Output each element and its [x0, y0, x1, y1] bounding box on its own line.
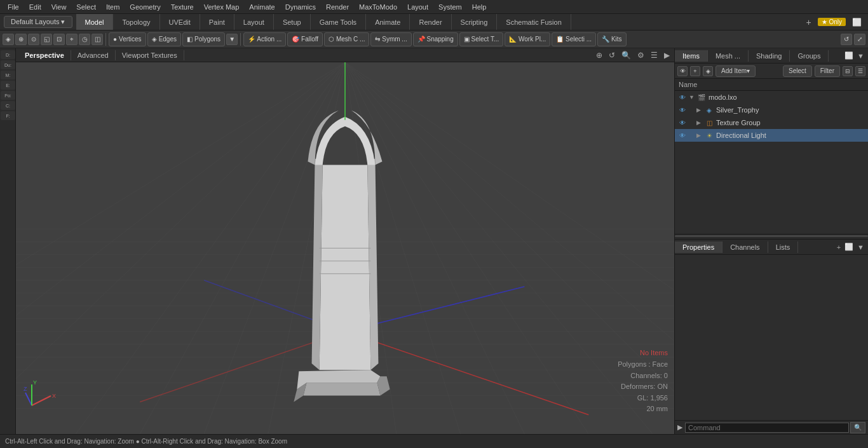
menu-file[interactable]: File — [3, 2, 24, 12]
items-menu-icon[interactable]: ☰ — [855, 66, 865, 76]
viewport-tab-textures[interactable]: Viewport Textures — [116, 50, 184, 60]
vertices-mode-button[interactable]: ●Vertices — [109, 32, 146, 46]
tab-animate[interactable]: Animate — [366, 14, 410, 30]
viewport-gear-icon[interactable]: ⚙ — [635, 51, 646, 60]
tool-icon-3[interactable]: ⊙ — [28, 34, 39, 45]
maximize-button[interactable]: ⬜ — [850, 18, 864, 27]
symmetry-button[interactable]: ⇆ Symm ... — [370, 32, 411, 46]
select-t-button[interactable]: ▣ Select T... — [459, 32, 504, 46]
eye-icon-texture[interactable]: 👁 — [677, 118, 688, 128]
expand-arrow-trophy[interactable]: ▶ — [696, 107, 703, 113]
work-plane-button[interactable]: 📐 Work Pl... — [505, 32, 550, 46]
reset-icon[interactable]: ↺ — [841, 34, 852, 45]
expand-arrow-light[interactable]: ▶ — [696, 132, 703, 139]
sidebar-tool-6[interactable]: C: — [1, 101, 15, 110]
tool-icon-1[interactable]: ◈ — [3, 34, 14, 45]
tab-topology[interactable]: Topology — [113, 14, 159, 30]
snapping-button[interactable]: 📌 Snapping — [413, 32, 458, 46]
tab-shading[interactable]: Shading — [749, 50, 790, 62]
tree-item-root[interactable]: 👁 ▼ 🎬 modo.lxo — [675, 91, 868, 104]
star-only-badge[interactable]: ★ Only — [818, 18, 846, 26]
edges-mode-button[interactable]: ◈Edges — [147, 32, 181, 46]
menu-maxtomodo[interactable]: MaxToModo — [354, 2, 402, 12]
sidebar-tool-3[interactable]: M: — [1, 71, 15, 79]
eye-icon-trophy[interactable]: 👁 — [677, 105, 688, 115]
tool-icon-8[interactable]: ◫ — [92, 34, 103, 45]
falloff-button[interactable]: 🎯 Falloff — [287, 32, 323, 46]
sidebar-tool-2[interactable]: Du: — [1, 60, 15, 69]
viewport-search-icon[interactable]: 🔍 — [620, 51, 633, 60]
menu-dynamics[interactable]: Dynamics — [280, 2, 321, 12]
tree-item-light[interactable]: 👁 ▶ ☀ Directional Light — [675, 129, 868, 142]
viewport-crosshair-icon[interactable]: ⊕ — [594, 51, 604, 60]
right-tab-more-icon[interactable]: ▼ — [856, 52, 865, 60]
menu-view[interactable]: View — [46, 2, 72, 12]
tool-icon-7[interactable]: ◷ — [79, 34, 90, 45]
prop-expand-icon[interactable]: ⬜ — [843, 243, 855, 251]
add-item-button[interactable]: Add Item ▾ — [715, 65, 756, 77]
sidebar-tool-5[interactable]: Po: — [1, 91, 15, 100]
tab-items[interactable]: Items — [675, 50, 708, 62]
menu-animate[interactable]: Animate — [244, 2, 280, 12]
mesh-button[interactable]: ⬡ Mesh C ... — [324, 32, 369, 46]
polygons-mode-button[interactable]: ◧Polygons — [182, 32, 225, 46]
menu-help[interactable]: Help — [467, 2, 492, 12]
tab-setup[interactable]: Setup — [274, 14, 311, 30]
right-tab-expand-icon[interactable]: ⬜ — [843, 51, 855, 60]
expand-arrow-texture[interactable]: ▶ — [696, 119, 703, 126]
default-layouts-dropdown[interactable]: Default Layouts ▾ — [4, 16, 72, 28]
menu-geometry[interactable]: Geometry — [125, 2, 165, 12]
tab-scripting[interactable]: Scripting — [452, 14, 498, 30]
tab-mesh[interactable]: Mesh ... — [708, 50, 749, 62]
tree-item-texture[interactable]: 👁 ▶ ◫ Texture Group — [675, 116, 868, 129]
fullscreen-icon[interactable]: ⤢ — [854, 34, 865, 45]
sidebar-tool-1[interactable]: D: — [1, 50, 15, 59]
sidebar-tool-7[interactable]: F: — [1, 111, 15, 120]
command-input[interactable] — [685, 423, 849, 433]
scene-tree[interactable]: 👁 ▼ 🎬 modo.lxo 👁 ▶ ◈ Silver_Trophy 👁 ▶ ◫… — [675, 91, 868, 234]
menu-texture[interactable]: Texture — [166, 2, 199, 12]
tool-icon-9[interactable]: ▼ — [226, 34, 238, 45]
viewport-tab-advanced[interactable]: Advanced — [71, 50, 116, 60]
add-layout-tab-button[interactable]: + — [803, 17, 813, 27]
tool-icon-2[interactable]: ⊕ — [15, 34, 27, 45]
action-button[interactable]: ⚡ Action ... — [243, 32, 286, 46]
selecti-button[interactable]: 📋 Selecti ... — [552, 32, 596, 46]
menu-select[interactable]: Select — [71, 2, 101, 12]
menu-edit[interactable]: Edit — [24, 2, 46, 12]
select-button[interactable]: Select — [783, 65, 812, 77]
tool-icon-4[interactable]: ◱ — [41, 34, 52, 45]
menu-layout[interactable]: Layout — [402, 2, 433, 12]
menu-system[interactable]: System — [433, 2, 467, 12]
command-search-button[interactable]: 🔍 — [850, 422, 865, 433]
viewport-canvas[interactable]: No Items Polygons : Face Channels: 0 Def… — [16, 62, 674, 434]
sidebar-tool-4[interactable]: E: — [1, 81, 15, 90]
viewport-play-icon[interactable]: ▶ — [662, 51, 672, 60]
tab-uvedit[interactable]: UVEdit — [160, 14, 200, 30]
viewport-reset-icon[interactable]: ↺ — [607, 51, 617, 60]
tab-groups[interactable]: Groups — [790, 50, 829, 62]
menu-render[interactable]: Render — [321, 2, 354, 12]
filter-button[interactable]: Filter — [815, 65, 840, 77]
tab-channels[interactable]: Channels — [722, 241, 768, 253]
menu-item[interactable]: Item — [101, 2, 125, 12]
filter-icon[interactable]: ◈ — [703, 66, 713, 76]
tab-schematic-fusion[interactable]: Schematic Fusion — [497, 14, 571, 30]
add-icon[interactable]: + — [690, 66, 700, 76]
tab-properties[interactable]: Properties — [675, 241, 722, 253]
tab-render[interactable]: Render — [410, 14, 451, 30]
tab-model[interactable]: Model — [76, 14, 114, 30]
viewport-tab-perspective[interactable]: Perspective — [18, 50, 71, 60]
tool-icon-5[interactable]: ⊡ — [53, 34, 65, 45]
items-expand-icon[interactable]: ⊟ — [843, 66, 853, 76]
prop-more-icon[interactable]: ▼ — [856, 243, 865, 251]
tool-icon-6[interactable]: ⌖ — [66, 34, 78, 45]
menu-vertex-map[interactable]: Vertex Map — [199, 2, 245, 12]
expand-arrow-root[interactable]: ▼ — [689, 94, 695, 100]
prop-plus-icon[interactable]: + — [836, 243, 842, 251]
eye-icon-light[interactable]: 👁 — [677, 130, 688, 140]
eye-icon-root[interactable]: 👁 — [677, 92, 688, 102]
eye-all-icon[interactable]: 👁 — [677, 66, 688, 76]
tree-item-trophy[interactable]: 👁 ▶ ◈ Silver_Trophy — [675, 104, 868, 116]
tab-layout[interactable]: Layout — [234, 14, 274, 30]
